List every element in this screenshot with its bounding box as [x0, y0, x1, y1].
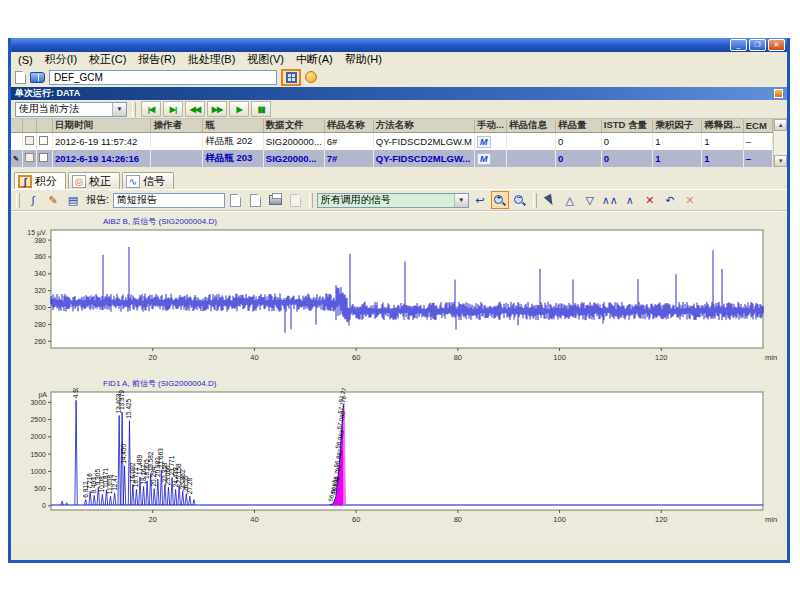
pause-button[interactable]: ▮▮: [251, 101, 271, 117]
table-cell: 1: [653, 150, 702, 167]
app-window: _ ❐ ✕ (S)积分(I)校正(C)报告(R)批处理(B)视图(V)中断(A)…: [8, 38, 790, 563]
svg-text:27.28: 27.28: [186, 478, 193, 495]
tab-integration-label: 积分: [35, 174, 57, 189]
export-report-button[interactable]: [287, 191, 305, 209]
column-header-14[interactable]: 稀释因...: [702, 119, 743, 133]
row-checkbox[interactable]: [39, 136, 48, 145]
svg-text:120: 120: [655, 515, 668, 524]
tab-signal[interactable]: ∿ 信号: [122, 172, 174, 189]
menu-item-7[interactable]: 中断(A): [290, 52, 339, 67]
column-header-13[interactable]: 乘积因子: [653, 119, 702, 133]
print-report-button[interactable]: [227, 191, 245, 209]
report-style-combo[interactable]: 简短报告: [113, 193, 225, 208]
menu-item-1[interactable]: (S): [12, 54, 39, 66]
svg-text:min: min: [765, 515, 777, 524]
column-header-11[interactable]: 样品量: [555, 119, 601, 133]
column-header-8[interactable]: 方法名称: [373, 119, 474, 133]
svg-text:2500: 2500: [30, 416, 46, 423]
column-header-7[interactable]: 样品名称: [324, 119, 373, 133]
table-row[interactable]: ✎2012-6-19 14:26:16样品瓶 203SIG20000...7#Q…: [11, 150, 773, 167]
fast-forward-button[interactable]: ▶▶: [207, 101, 227, 117]
menu-item-4[interactable]: 报告(R): [132, 52, 181, 67]
run-table[interactable]: 日期时间操作者瓶数据文件样品名称方法名称手动...样品信息样品量ISTD 含量乘…: [11, 119, 773, 167]
manual-integration-button[interactable]: ✎: [44, 191, 62, 209]
method-option-value: 使用当前方法: [19, 102, 79, 116]
svg-text:380: 380: [34, 237, 46, 244]
manual-flag-icon[interactable]: M: [477, 136, 491, 148]
scroll-down-icon[interactable]: ▼: [774, 155, 787, 167]
export-page-icon: [290, 194, 301, 207]
zoom-in-button[interactable]: +: [491, 191, 509, 209]
delete-all-peaks-button[interactable]: ✕: [681, 191, 699, 209]
svg-text:340: 340: [34, 270, 46, 277]
noise-signal-plot[interactable]: 26028030032034036038015 µV.2040608010012…: [15, 226, 781, 374]
noise-chart-block: AIB2 B, 后信号 (SIG2000004.D) 2602803003203…: [15, 216, 783, 374]
signal-select-combo[interactable]: 所有调用的信号 ▼: [317, 193, 469, 208]
table-cell: SIG20000...: [263, 150, 324, 167]
pointer-tool-button[interactable]: [541, 191, 559, 209]
expand-row-button[interactable]: [25, 153, 34, 162]
tab-calibration[interactable]: ◎ 校正: [68, 172, 120, 189]
svg-text:300: 300: [34, 304, 46, 311]
run-button[interactable]: ▶: [229, 101, 249, 117]
step-back-button[interactable]: ◀◀: [185, 101, 205, 117]
dropdown-icon[interactable]: ▼: [112, 103, 126, 116]
table-scrollbar[interactable]: ▲ ▼: [773, 119, 787, 167]
print-button[interactable]: [267, 191, 285, 209]
undo-tool-button[interactable]: ↶: [661, 191, 679, 209]
manual-flag-icon[interactable]: M: [477, 153, 491, 165]
navigation-table-button[interactable]: [281, 69, 301, 86]
menu-item-8[interactable]: 帮助(H): [339, 52, 388, 67]
chromatogram-plot[interactable]: 050010001500200025003000pA20406080100120…: [15, 388, 781, 536]
column-header-3[interactable]: 日期时间: [52, 119, 150, 133]
column-header-15[interactable]: ECM: [743, 119, 773, 133]
column-header-0[interactable]: [11, 119, 23, 133]
svg-text:0: 0: [42, 502, 46, 509]
load-data-icon[interactable]: [30, 72, 45, 83]
tab-integration[interactable]: ∫ 积分: [14, 172, 66, 189]
row-checkbox[interactable]: [39, 153, 48, 162]
peak-start-tool-button[interactable]: △: [561, 191, 579, 209]
snapshot-icon[interactable]: [305, 71, 317, 83]
integration-icon: ∫: [18, 175, 32, 188]
column-header-4[interactable]: 操作者: [151, 119, 203, 133]
delete-peak-tool-button[interactable]: ✕: [641, 191, 659, 209]
undo-zoom-button[interactable]: ↩: [471, 191, 489, 209]
method-name-field[interactable]: DEF_GCM: [49, 70, 277, 85]
menu-item-5[interactable]: 批处理(B): [182, 52, 242, 67]
column-header-1[interactable]: [23, 119, 37, 133]
expand-row-button[interactable]: [25, 136, 34, 145]
negative-peak-tool-button[interactable]: ∧: [621, 191, 639, 209]
run-header-icon[interactable]: [774, 89, 783, 98]
run-header-bar: 单次运行: DATA: [11, 87, 787, 100]
split-peak-tool-button[interactable]: ∧∧: [601, 191, 619, 209]
column-header-5[interactable]: 瓶: [203, 119, 264, 133]
column-header-10[interactable]: 样品信息: [506, 119, 555, 133]
menu-item-6[interactable]: 视图(V): [241, 52, 290, 67]
menu-item-2[interactable]: 积分(I): [39, 52, 83, 67]
column-header-2[interactable]: [37, 119, 53, 133]
column-header-9[interactable]: 手动...: [475, 119, 507, 133]
minimize-button[interactable]: _: [730, 39, 747, 51]
new-file-icon[interactable]: [15, 71, 26, 84]
menu-item-3[interactable]: 校正(C): [83, 52, 132, 67]
go-to-last-button[interactable]: ▶|: [163, 101, 183, 117]
close-button[interactable]: ✕: [768, 39, 785, 51]
table-row[interactable]: 2012-6-19 11:57:42样品瓶 202SIG200000...6#Q…: [11, 133, 773, 151]
go-to-first-button[interactable]: |◀: [141, 101, 161, 117]
preview-report-button[interactable]: [247, 191, 265, 209]
svg-text:80: 80: [454, 515, 462, 524]
scroll-up-icon[interactable]: ▲: [774, 119, 787, 131]
method-option-combo[interactable]: 使用当前方法 ▼: [15, 102, 127, 117]
peak-end-tool-button[interactable]: ▽: [581, 191, 599, 209]
table-cell: 样品瓶 202: [203, 133, 264, 151]
maximize-button[interactable]: ❐: [749, 39, 766, 51]
zoom-out-button[interactable]: −: [511, 191, 529, 209]
svg-text:60: 60: [352, 515, 360, 524]
integration-events-button[interactable]: ▤: [64, 191, 82, 209]
tab-signal-label: 信号: [143, 174, 165, 189]
column-header-6[interactable]: 数据文件: [263, 119, 324, 133]
dropdown-icon[interactable]: ▼: [454, 194, 468, 207]
column-header-12[interactable]: ISTD 含量: [601, 119, 652, 133]
auto-integrate-button[interactable]: ∫: [24, 191, 42, 209]
